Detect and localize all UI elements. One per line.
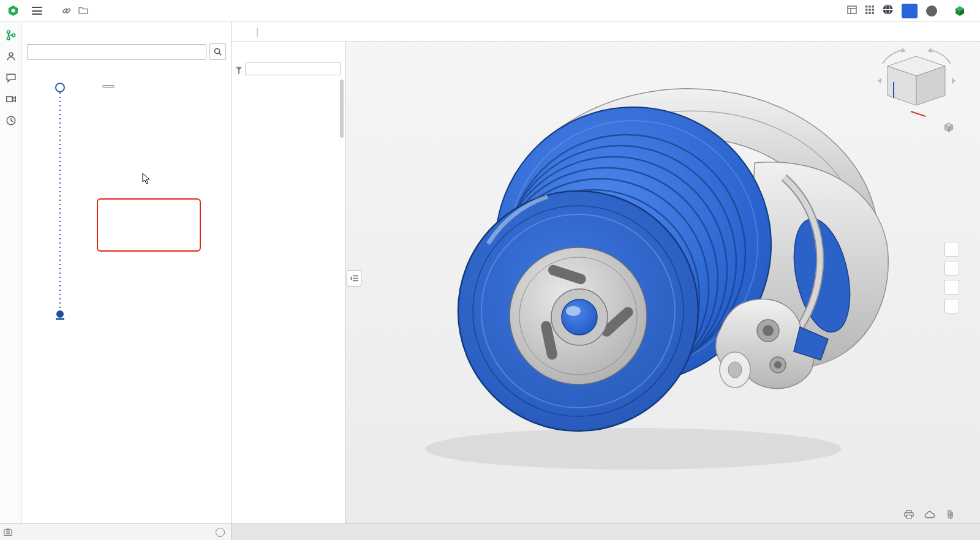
top-bar [0, 0, 980, 22]
view-cube-icon [944, 122, 954, 132]
share-button[interactable] [902, 4, 918, 18]
onshape-app: | [0, 0, 980, 551]
globe-icon[interactable] [883, 4, 893, 17]
edu-cube-icon [954, 6, 965, 17]
feature-filter-input[interactable] [245, 62, 341, 75]
print-icon[interactable] [903, 509, 915, 520]
status-bar [0, 523, 232, 540]
cloud-icon[interactable] [924, 509, 936, 520]
isolate-icon[interactable] [944, 299, 959, 313]
onshape-logo-icon[interactable] [7, 5, 19, 17]
folder-icon[interactable] [78, 7, 88, 15]
history-icon[interactable] [3, 113, 19, 129]
user-menu[interactable] [954, 6, 973, 17]
history-row-start[interactable] [22, 107, 231, 134]
section-view-icon[interactable] [944, 261, 959, 276]
search-history-input[interactable] [27, 44, 206, 60]
main-menu-icon[interactable] [32, 7, 42, 15]
history-row-main[interactable] [22, 79, 231, 107]
share-link-icon[interactable] [62, 6, 71, 15]
tutorials-icon[interactable] [3, 91, 19, 107]
transparency-icon[interactable] [944, 280, 959, 294]
left-toolbar [0, 22, 22, 540]
footer-strip [0, 540, 980, 551]
help-icon[interactable] [926, 6, 937, 17]
viewing-bar: | [232, 22, 980, 42]
graphics-viewport[interactable] [345, 42, 980, 523]
clip-icon[interactable] [944, 509, 957, 520]
link-separator: | [256, 26, 258, 37]
status-help-icon[interactable] [216, 528, 225, 537]
features-scrollbar[interactable] [340, 80, 344, 138]
comments-icon[interactable] [3, 70, 19, 86]
features-flyout-toggle[interactable] [347, 270, 361, 287]
numeric-display-icon[interactable] [847, 6, 857, 17]
screenshot-icon[interactable] [4, 528, 12, 536]
apps-grid-icon[interactable] [865, 6, 874, 17]
main-workspace-badge[interactable] [102, 85, 115, 88]
named-views-icon[interactable] [944, 242, 959, 257]
versions-history-panel [22, 22, 232, 523]
versions-history-icon[interactable] [3, 27, 19, 43]
viewport-footer-icons [903, 509, 957, 520]
insert-tab-button[interactable] [232, 524, 248, 540]
tab-bar [232, 523, 980, 540]
features-panel [232, 42, 345, 523]
history-column-headers [22, 64, 231, 79]
annotation-box [97, 198, 201, 252]
follow-icon[interactable] [3, 48, 19, 64]
home-icon[interactable] [248, 524, 265, 540]
history-list-container [22, 79, 231, 391]
filter-icon [236, 67, 242, 71]
search-button[interactable] [209, 43, 226, 60]
view-tools [944, 242, 959, 313]
view-options-button[interactable] [944, 122, 956, 132]
